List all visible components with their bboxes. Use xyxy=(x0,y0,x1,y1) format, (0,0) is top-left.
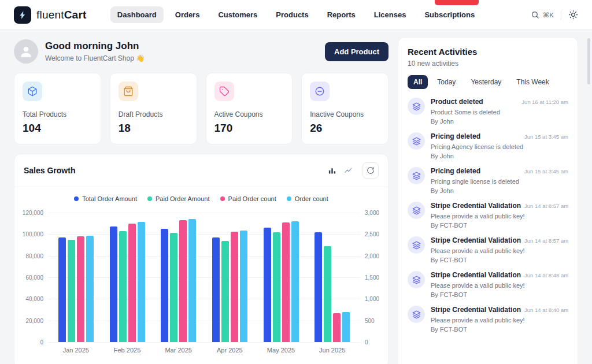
divider xyxy=(561,10,561,20)
chart-bar xyxy=(314,232,322,342)
side-column: Recent Activities 10 new activities All … xyxy=(398,37,578,364)
avatar xyxy=(14,39,38,64)
axis-tick: 120,000 xyxy=(23,210,43,216)
chart-bar xyxy=(119,231,127,342)
sales-growth-title: Sales Growth xyxy=(24,166,75,175)
scrollbar-thumb[interactable] xyxy=(587,38,590,84)
nav-item[interactable]: Products xyxy=(269,6,315,23)
chart-bar xyxy=(282,222,290,342)
greeting-row: Good morning John Welcome to FluentCart … xyxy=(14,39,388,64)
chart-bar xyxy=(110,226,117,342)
activity-filter[interactable]: All xyxy=(408,75,428,89)
chart-bar xyxy=(333,313,341,342)
nav-item[interactable]: Licenses xyxy=(367,6,413,23)
activity-author: By FCT-BOT xyxy=(431,222,568,229)
activity-author: By John xyxy=(431,187,568,194)
activities-subtitle: 10 new activities xyxy=(408,60,568,68)
legend-item[interactable]: Order count xyxy=(287,195,328,202)
nav-item[interactable]: Orders xyxy=(168,6,207,23)
chart-bar xyxy=(264,228,271,342)
refresh-button[interactable] xyxy=(362,162,379,179)
legend-label: Order count xyxy=(295,195,328,202)
axis-tick: 0 xyxy=(365,339,368,346)
nav-item[interactable]: Customers xyxy=(211,6,264,23)
chart-bar xyxy=(324,246,331,342)
chart-bar xyxy=(138,222,145,342)
brand-name-bold: Cart xyxy=(64,9,87,21)
stat-label: Draft Products xyxy=(119,110,188,118)
nav-item[interactable]: Subscriptions xyxy=(417,6,482,23)
activity-item: Stripe Credential Validation Jun 14 at 8… xyxy=(408,202,568,229)
stat-card: Draft Products 18 xyxy=(110,73,197,144)
activity-description: Product Some is deleted xyxy=(431,109,568,116)
gridline xyxy=(48,342,360,343)
activity-filter[interactable]: This Week xyxy=(510,75,554,89)
activity-item: Stripe Credential Validation Jun 14 at 8… xyxy=(408,306,568,333)
chart-bar xyxy=(58,237,66,342)
activity-description: Pricing Agency license is deleted xyxy=(431,143,568,150)
topbar: fluentCart Dashboard Orders Customers Pr… xyxy=(0,0,592,30)
activity-author: By FCT-BOT xyxy=(431,291,568,298)
chart-bar xyxy=(240,231,247,342)
chart-left-axis: 120,000100,00080,00060,00040,00020,0000 xyxy=(18,213,48,342)
shopping-bag-icon xyxy=(119,81,138,101)
add-product-button[interactable]: Add Product xyxy=(325,42,388,61)
chart-bar xyxy=(68,240,75,342)
greeting-subtitle: Welcome to FluentCart Shop 👋 xyxy=(45,54,145,62)
recent-activities-card: Recent Activities 10 new activities All … xyxy=(398,37,578,364)
theme-toggle-button[interactable] xyxy=(568,10,578,20)
activity-timestamp: Jun 16 at 11:20 am xyxy=(521,99,568,105)
activity-item: Pricing deleted Jun 15 at 3:45 am Pricin… xyxy=(408,132,568,159)
activity-filter[interactable]: Today xyxy=(431,75,461,89)
activity-timestamp: Jun 14 at 8:57 am xyxy=(524,237,568,244)
activity-description: Pricing single license is deleted xyxy=(431,178,568,185)
chart-bar xyxy=(86,236,94,342)
greeting-title: Good morning John xyxy=(45,40,145,52)
bar-group xyxy=(204,213,256,342)
activity-timestamp: Jun 15 at 3:45 am xyxy=(524,168,568,174)
axis-tick: 0 xyxy=(40,339,43,346)
axis-tick: 500 xyxy=(365,317,375,324)
package-icon xyxy=(23,81,42,101)
fluentcart-logo-icon xyxy=(14,6,31,24)
legend-dot xyxy=(147,196,152,201)
layers-icon xyxy=(408,202,425,219)
bar-group xyxy=(153,213,204,342)
layers-icon xyxy=(408,132,425,150)
brand-name-light: fluent xyxy=(36,9,64,21)
activity-filter[interactable]: Yesterday xyxy=(465,75,507,89)
layers-icon xyxy=(408,167,425,184)
activity-author: By John xyxy=(431,153,568,159)
legend-item[interactable]: Paid Order Amount xyxy=(147,195,210,202)
bar-chart-toggle[interactable] xyxy=(325,164,338,177)
nav-item[interactable]: Dashboard xyxy=(110,6,164,23)
activity-title: Stripe Credential Validation xyxy=(431,236,521,244)
activities-title: Recent Activities xyxy=(408,47,568,57)
activity-item: Stripe Credential Validation Jun 14 at 8… xyxy=(408,271,568,298)
chart-bar xyxy=(170,233,177,342)
activity-item: Product deleted Jun 16 at 11:20 am Produ… xyxy=(408,98,568,125)
activity-title: Stripe Credential Validation xyxy=(431,202,521,210)
bar-group xyxy=(306,213,358,342)
axis-tick: 100,000 xyxy=(23,231,43,237)
nav-item[interactable]: Reports xyxy=(320,6,362,23)
search-icon xyxy=(531,10,539,19)
x-axis-label: Feb 2025 xyxy=(102,347,153,354)
search-button[interactable]: ⌘K xyxy=(531,10,554,19)
activity-timestamp: Jun 14 at 8:57 am xyxy=(524,203,568,209)
x-axis-label: Jun 2025 xyxy=(306,347,358,354)
search-shortcut: ⌘K xyxy=(543,11,554,19)
brand-name: fluentCart xyxy=(36,9,87,21)
layers-icon xyxy=(408,271,425,288)
x-axis-label: Jan 2025 xyxy=(50,347,102,354)
activity-author: By FCT-BOT xyxy=(431,257,568,263)
legend-label: Total Order Amount xyxy=(82,195,137,202)
legend-item[interactable]: Total Order Amount xyxy=(74,195,137,202)
activities-list: Product deleted Jun 16 at 11:20 am Produ… xyxy=(408,98,568,333)
stat-value: 26 xyxy=(310,122,380,135)
line-chart-toggle[interactable] xyxy=(342,164,354,177)
axis-tick: 1,500 xyxy=(365,274,379,281)
bar-group xyxy=(256,213,307,342)
legend-label: Paid Order count xyxy=(228,195,276,202)
legend-item[interactable]: Paid Order count xyxy=(220,195,276,202)
